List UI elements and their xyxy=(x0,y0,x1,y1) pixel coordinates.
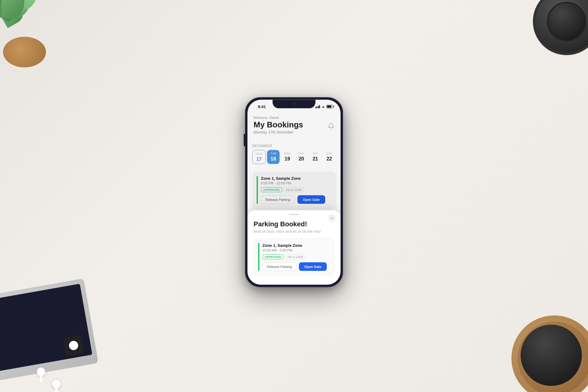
modal-action-buttons: Release Parking Open Gate xyxy=(262,262,330,271)
day-number-18: 18 xyxy=(271,156,276,162)
bg-badge-approved: APPROVED xyxy=(261,187,282,192)
phone-wrapper: 9:41 ▲ xyxy=(245,97,343,287)
month-label: DECEMBER xyxy=(252,144,336,148)
battery-icon xyxy=(326,105,333,108)
desk-surface: 9:41 ▲ xyxy=(0,0,588,392)
date-subtitle: Monday, 17th December xyxy=(254,130,334,134)
day-number-20: 20 xyxy=(299,156,304,162)
signal-bar-3 xyxy=(318,106,319,108)
status-icons: ▲ xyxy=(315,105,334,108)
laptop-sticker xyxy=(63,335,85,356)
modal-open-gate-button[interactable]: Open Gate xyxy=(299,262,327,271)
day-17[interactable]: MON 17 xyxy=(252,150,266,164)
signal-bar-2 xyxy=(316,107,317,108)
bg-booking-time: 9:00 PM - 12:00 PM xyxy=(261,181,331,185)
day-19[interactable]: WED 19 xyxy=(281,150,294,164)
days-row: MON 17 TUE 18 WED 19 THU xyxy=(252,150,336,164)
phone-notch xyxy=(273,100,315,108)
header-row: Welcome, Daniel My Bookings xyxy=(254,116,334,130)
day-20[interactable]: THU 20 xyxy=(295,150,308,164)
wifi-icon: ▲ xyxy=(322,105,325,108)
day-22[interactable]: SAT 22 xyxy=(323,150,336,164)
bg-booking-zone: Zone 1, Sample Zone xyxy=(261,176,331,181)
plant-pot xyxy=(3,37,46,67)
notch-camera xyxy=(292,103,296,106)
day-number-21: 21 xyxy=(313,156,318,162)
booking-content: Zone 1, Sample Zone 9:00 PM - 12:00 PM A… xyxy=(261,176,331,204)
bg-badge-id: 191 D 12345 xyxy=(284,187,304,192)
background-booking-card: Zone 1, Sample Zone 9:00 PM - 12:00 PM A… xyxy=(252,172,336,208)
bg-badge-row: APPROVED 191 D 12345 xyxy=(261,187,331,192)
day-18[interactable]: TUE 18 xyxy=(267,150,280,164)
signal-bar-4 xyxy=(319,105,320,108)
camera-lens xyxy=(533,0,588,55)
bottom-sheet-modal: × Parking Booked! Now sit back, relax an… xyxy=(247,210,341,285)
airpod-right xyxy=(52,380,61,388)
dark-object-on-coaster xyxy=(521,325,582,386)
day-number-22: 22 xyxy=(326,156,332,162)
app-header: Welcome, Daniel My Bookings Monday, 17th… xyxy=(247,113,341,138)
header-text: Welcome, Daniel My Bookings xyxy=(254,116,303,130)
day-number-17: 17 xyxy=(256,156,262,162)
day-21[interactable]: FRI 21 xyxy=(309,150,322,164)
phone-device: 9:41 ▲ xyxy=(245,97,343,287)
bg-action-buttons: Release Parking Open Gate xyxy=(261,195,331,204)
page-title: My Bookings xyxy=(254,120,303,130)
modal-booking-card: Zone 1, Sample Zone 10:00 AM - 5:00 PM A… xyxy=(254,239,334,276)
laptop xyxy=(0,278,98,383)
modal-booking-time: 10:00 AM - 5:00 PM xyxy=(262,248,330,252)
phone-screen: 9:41 ▲ xyxy=(247,100,341,285)
modal-title: Parking Booked! xyxy=(254,220,334,228)
modal-booking-zone: Zone 1, Sample Zone xyxy=(262,243,330,248)
signal-bars xyxy=(315,105,320,108)
day-name-21: FRI xyxy=(313,152,318,155)
modal-booking-content: Zone 1, Sample Zone 10:00 AM - 5:00 PM A… xyxy=(262,243,330,271)
modal-badge-row: APPROVED 191 D 12345 xyxy=(262,254,330,259)
modal-green-bar xyxy=(258,243,259,271)
bg-release-parking-button[interactable]: Release Parking xyxy=(261,195,295,204)
status-time: 9:41 xyxy=(254,104,266,109)
calendar-strip: DECEMBER MON 17 TUE 18 WED 19 xyxy=(247,144,341,164)
day-name-20: THU xyxy=(298,152,304,155)
day-number-19: 19 xyxy=(285,156,290,162)
signal-bar-1 xyxy=(315,107,316,108)
battery-fill xyxy=(327,105,331,107)
welcome-text: Welcome, Daniel xyxy=(254,116,303,119)
sheet-handle xyxy=(288,214,300,215)
modal-subtitle: Now sit back, relax and let us do the re… xyxy=(254,229,334,234)
laptop-screen xyxy=(0,284,92,373)
succulent-plant xyxy=(0,0,67,67)
bg-open-gate-button[interactable]: Open Gate xyxy=(297,195,326,204)
modal-release-parking-button[interactable]: Release Parking xyxy=(262,262,296,271)
close-button[interactable]: × xyxy=(328,215,336,222)
modal-badge-id: 191 D 12345 xyxy=(285,254,306,259)
day-name-17: MON xyxy=(256,152,263,155)
day-name-22: SAT xyxy=(326,152,332,155)
day-name-18: TUE xyxy=(270,152,277,155)
airpod-left xyxy=(37,368,45,376)
green-accent-bar xyxy=(257,176,258,204)
modal-badge-approved: APPROVED xyxy=(262,254,284,259)
day-name-19: WED xyxy=(284,152,291,155)
bell-icon[interactable] xyxy=(328,123,334,130)
